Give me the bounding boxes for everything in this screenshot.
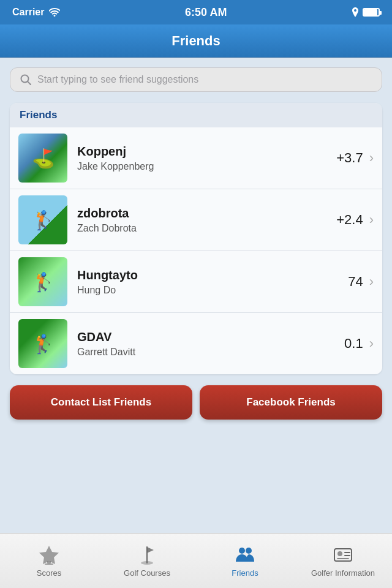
friend-fullname-koppenj: Jake Koppenberg [77,161,336,172]
svg-marker-6 [147,547,154,553]
tab-item-golfer-information[interactable]: Golfer Information [294,533,392,588]
tab-label-scores: Scores [37,568,61,578]
nav-bar: Friends [0,24,392,58]
svg-point-8 [246,548,252,554]
friend-item-hungtayto[interactable]: Hungtayto Hung Do 74 › [10,251,382,313]
avatar-zdobrota [18,195,67,244]
chevron-icon-koppenj: › [369,150,374,166]
facebook-friends-button[interactable]: Facebook Friends [200,385,382,420]
friend-score-gdav: 0.1 [344,336,363,352]
tab-item-golf-courses[interactable]: Golf Courses [98,533,196,588]
friend-score-zdobrota: +2.4 [336,212,363,228]
friend-info-koppenj: Koppenj Jake Koppenberg [77,145,336,172]
friend-item-gdav[interactable]: GDAV Garrett Davitt 0.1 › [10,313,382,374]
friend-item-zdobrota[interactable]: zdobrota Zach Dobrota +2.4 › [10,189,382,251]
carrier-label: Carrier [12,7,44,18]
nav-title: Friends [172,33,220,49]
friend-score-hungtayto: 74 [348,274,363,290]
friend-username-hungtayto: Hungtayto [77,268,348,282]
friend-fullname-hungtayto: Hung Do [77,285,348,296]
svg-point-10 [337,551,342,556]
chevron-icon-gdav: › [369,336,374,352]
friend-score-area-gdav: 0.1 › [344,336,374,352]
friend-fullname-zdobrota: Zach Dobrota [77,223,336,234]
status-bar: Carrier 6:50 AM [0,0,392,24]
svg-rect-2 [47,561,51,564]
main-content: Start typing to see friend suggestions F… [0,58,392,533]
friend-score-area-zdobrota: +2.4 › [336,212,374,228]
search-bar[interactable]: Start typing to see friend suggestions [10,67,382,92]
contact-list-friends-button[interactable]: Contact List Friends [10,385,192,420]
avatar-koppenj [18,134,67,183]
friend-score-area-koppenj: +3.7 › [336,150,374,166]
chevron-icon-hungtayto: › [369,274,374,290]
friends-section: Friends Koppenj Jake Koppenberg +3.7 › z… [10,103,382,374]
friend-username-koppenj: Koppenj [77,145,336,159]
location-icon [352,7,359,17]
card-icon [333,545,353,565]
battery-icon [363,8,380,17]
tab-label-golf-courses: Golf Courses [124,568,170,578]
friend-info-gdav: GDAV Garrett Davitt [77,330,344,358]
svg-rect-3 [45,564,53,565]
friend-username-zdobrota: zdobrota [77,206,336,221]
trophy-icon [39,545,59,565]
svg-line-1 [28,81,31,85]
friend-info-zdobrota: zdobrota Zach Dobrota [77,206,336,234]
tab-label-golfer-information: Golfer Information [311,568,375,578]
friend-item-koppenj[interactable]: Koppenj Jake Koppenberg +3.7 › [10,127,382,189]
flag-golf-icon [137,545,157,565]
friend-score-koppenj: +3.7 [336,150,363,166]
wifi-icon [49,8,60,17]
section-title: Friends [20,109,57,121]
tab-item-friends[interactable]: Friends [196,533,294,588]
tab-label-friends: Friends [232,568,258,578]
search-placeholder: Start typing to see friend suggestions [37,74,198,85]
section-header: Friends [10,103,382,127]
friend-info-hungtayto: Hungtayto Hung Do [77,268,348,296]
friend-username-gdav: GDAV [77,330,344,344]
avatar-gdav [18,319,67,368]
status-time: 6:50 AM [185,6,227,19]
chevron-icon-zdobrota: › [369,212,374,228]
svg-point-7 [239,548,245,554]
friend-score-area-hungtayto: 74 › [348,274,374,290]
people-icon [235,545,255,565]
status-right [352,7,380,17]
avatar-hungtayto [18,257,67,306]
tab-item-scores[interactable]: Scores [0,533,98,588]
tab-bar: Scores Golf Courses Friends Golfer Infor… [0,533,392,588]
search-icon [20,74,31,85]
action-buttons: Contact List Friends Facebook Friends [10,385,382,420]
status-left: Carrier [12,7,60,18]
friend-fullname-gdav: Garrett Davitt [77,347,344,358]
